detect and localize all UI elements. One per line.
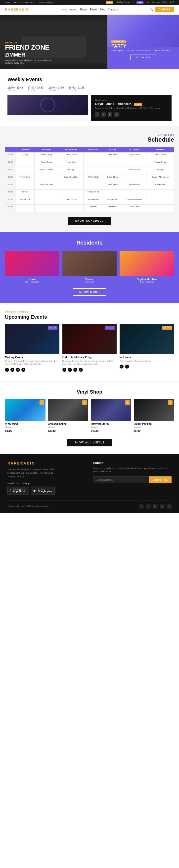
table-row: 17:00 Zimmer Dinmer Guest Show <box>5 204 174 212</box>
upcoming-desc-2: Discover the way the city and music chan… <box>62 360 117 366</box>
footer-copyright: © AmazingThemes © 2018. All rights reser… <box>7 505 49 507</box>
featured-title: Lloyd – Xiana – Mitchell K. FREE <box>95 102 168 106</box>
app-store-badge[interactable]:  Download on the App Store <box>7 487 29 495</box>
footer-social-twitter[interactable]: t <box>146 504 151 509</box>
resident-name-1: Kiara <box>5 278 59 281</box>
social-fb-2[interactable]: f <box>62 368 67 372</box>
time-slot-4[interactable]: 18:00 – 21:45 30 – 09 <box>69 86 84 92</box>
hero-title-line2: ZIMMER <box>5 52 25 58</box>
social-tw-3[interactable]: t <box>125 365 129 369</box>
social-instagram[interactable]: in <box>108 112 112 117</box>
social-tw-1[interactable]: t <box>10 368 15 372</box>
show-all-button[interactable]: SHOW ALL <box>130 55 156 60</box>
footer-desc: We are an independent, non-profit online… <box>7 468 62 478</box>
nav-home[interactable]: Home <box>60 8 67 11</box>
nav-contacts[interactable]: Contacts <box>108 8 118 11</box>
schedule-cell: Sound Condition <box>59 175 83 182</box>
upcoming-social-1: f t in yt <box>5 368 59 372</box>
search-icon[interactable]: 🔍 <box>149 8 153 11</box>
vinyl-cart-1[interactable]: + <box>40 400 44 405</box>
schedule-cell: Guest Show <box>147 152 174 160</box>
resident-img-3 <box>120 251 174 276</box>
time-label: 10:00 <box>5 152 16 160</box>
vinyl-name-4: Spider Pavilion <box>134 423 174 425</box>
social-youtube[interactable]: yt <box>114 112 119 117</box>
schedule-cell: Guest Show <box>122 204 146 212</box>
social-fb-3[interactable]: f <box>120 365 124 369</box>
nav-pages[interactable]: Pages <box>90 8 97 11</box>
schedule-cell: Focus On up <box>34 160 59 167</box>
site-logo[interactable]: RARERADIO <box>5 8 29 11</box>
footer-social-instagram[interactable]: in <box>153 504 158 509</box>
topbar-show1: Midday On-air <box>116 1 130 4</box>
footer-grid: RARERADIO We are an independent, non-pro… <box>7 461 172 495</box>
time-label: 15:00 <box>5 189 16 197</box>
schedule-cell: Guest Show <box>59 197 83 204</box>
upcoming-img-3: 26 – 01 <box>120 324 174 354</box>
time-label: 16:00 <box>5 197 16 204</box>
time-label: 13:00 <box>5 175 16 182</box>
show-more-button[interactable]: SHOW MORE <box>73 288 106 296</box>
time-slot-2[interactable]: 17:00 – 18:30 21 – 06 <box>28 86 43 92</box>
schedule-cell: Guest Show <box>122 167 146 175</box>
subscribe-button[interactable]: SUBSCRIBE <box>149 476 172 483</box>
table-row: 12:00 Sound Condition Midday Guest Show … <box>5 167 174 175</box>
social-in-1[interactable]: in <box>16 368 20 372</box>
upcoming-img-2: 11 – 02 <box>62 324 117 354</box>
show-schedule-button[interactable]: SHOW SCHEDULE <box>68 217 111 225</box>
social-tw-2[interactable]: t <box>68 368 72 372</box>
card-img-pattern <box>7 95 88 115</box>
footer-social-soundcloud[interactable]: sc <box>167 504 172 509</box>
social-in-2[interactable]: in <box>73 368 77 372</box>
vinyl-price-4: $6.00 <box>134 429 174 432</box>
hero-right: HUNGER ART PARTY Featuring live DJ sets … <box>107 14 179 69</box>
vinyl-name-2: Greased Instinct <box>48 423 88 425</box>
schedule-cell: Sound Condition <box>34 167 59 175</box>
subscribe-form: SUBSCRIBE <box>93 476 172 483</box>
schedule-cell <box>103 189 122 197</box>
col-friday: FRIDAY <box>103 147 122 153</box>
nav-icons: 🔍 DONATE <box>149 7 174 12</box>
social-twitter[interactable]: t <box>101 112 106 117</box>
schedule-cell <box>16 160 34 167</box>
vinyl-cart-3[interactable]: + <box>125 400 130 405</box>
event-badge: HUNGER ART <box>111 40 126 43</box>
google-play-badge[interactable]: ▶ Get it on Google play <box>31 487 55 495</box>
nav-blog[interactable]: Blog <box>100 8 105 11</box>
topbar-link-start[interactable]: Start <box>5 1 10 4</box>
schedule-cell: Focus On up <box>83 189 103 197</box>
upcoming-info-1: Midday On-air Discover the way the city … <box>5 354 59 374</box>
vinyl-name-1: In My Mind <box>5 423 46 425</box>
nav-shows[interactable]: Shows <box>80 8 87 11</box>
donate-button[interactable]: DONATE <box>155 7 174 12</box>
upcoming-show-title-1: Midday On-air <box>5 355 59 359</box>
upcoming-card-3: 26 – 01 Veterans Four decades of extreme… <box>120 324 174 374</box>
show-all-vinyls-button[interactable]: SHOW ALL VINYLS <box>67 439 112 446</box>
social-fb-1[interactable]: f <box>5 368 9 372</box>
topbar-link-show[interactable]: Mitchell T. <box>25 1 35 4</box>
social-facebook[interactable]: f <box>95 112 99 117</box>
slot-time-1: 15:00 – 21:45 <box>7 86 23 89</box>
vinyl-price-1: $8.16 <box>5 429 46 432</box>
social-yt-2[interactable]: yt <box>79 368 83 372</box>
schedule-table: MONDAY TUESDAY WEDNESDAY THURSDAY FRIDAY… <box>5 147 174 212</box>
footer-social-youtube[interactable]: yt <box>160 504 164 509</box>
time-slot-3[interactable]: 13:45 – 14:00 28 – 06 <box>49 86 64 92</box>
footer-left: RARERADIO We are an independent, non-pro… <box>7 461 86 495</box>
nav-about[interactable]: About <box>70 8 77 11</box>
footer-social-facebook[interactable]: f <box>139 504 144 509</box>
vinyl-cart-2[interactable]: + <box>82 400 87 405</box>
subscribe-input[interactable] <box>93 476 149 483</box>
vinyl-img-3: + <box>91 399 131 421</box>
vinyl-img-4: + <box>134 399 174 421</box>
event-card-img-1 <box>7 95 88 115</box>
upcoming-title: Upcoming Events <box>5 314 174 320</box>
schedule-cell <box>147 189 174 197</box>
topbar-link-home[interactable]: Home <box>14 1 20 4</box>
footer-subscribe-desc: Keep me up to date via email with the la… <box>93 467 172 473</box>
slot-shows-1: 14 – 18 <box>7 89 23 92</box>
vinyl-cart-4[interactable]: + <box>168 400 173 405</box>
time-slot-1[interactable]: 15:00 – 21:45 14 – 18 <box>7 86 23 92</box>
social-yt-1[interactable]: yt <box>21 368 25 372</box>
table-row: 11:00 Focus On up Friend Zone Focus On u… <box>5 160 174 167</box>
